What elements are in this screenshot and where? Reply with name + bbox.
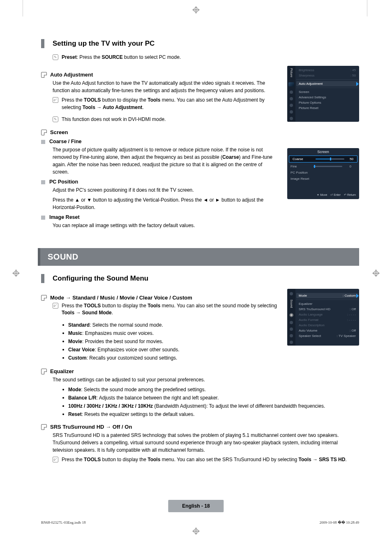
tools-note: Press the TOOLS button to display the To… [53, 97, 279, 111]
square-marker-icon [41, 140, 45, 144]
subheading-text: Auto Adjustment [50, 72, 93, 78]
list-text: Movie: Provides the best sound for movie… [68, 338, 163, 345]
list-text: Clear Voice: Emphasizes voice over other… [68, 346, 180, 353]
menu-value: : Custom [343, 294, 356, 297]
thumbnail-icon [288, 82, 294, 86]
note-text: Press the TOOLS button to display the To… [62, 456, 347, 463]
menu-label: Auto Volume [299, 329, 317, 332]
slider-thumb[interactable] [330, 158, 331, 160]
menu-tab-picture: Picture [290, 67, 293, 78]
square-bullet-icon [41, 130, 47, 135]
list-text: Balance L/R: Adjusts the balance between… [68, 394, 219, 402]
subheading: Mode → Standard / Music / Movie / Clear … [41, 295, 279, 301]
note-text: This function does not work in DVI-HDMI … [62, 116, 166, 123]
sound-menu-panel: Sound ◉ Mode : Custom [287, 289, 359, 346]
row-label: Fine [291, 165, 311, 168]
subheading-text: Mode → Standard / Music / Movie / Clear … [50, 295, 192, 301]
menu-row-auto-adjustment[interactable]: Auto Adjustment [296, 81, 358, 86]
note-icon: ✎ [53, 54, 58, 60]
row-label: Image Reset [291, 177, 311, 181]
heading-accent-bar [41, 274, 44, 283]
subheading: Equalizer [41, 368, 359, 374]
menu-row-screen[interactable]: Screen [296, 89, 358, 95]
subheading: Screen [41, 129, 279, 135]
slider-fill [316, 158, 330, 160]
list-item: Standard: Selects the normal sound mode. [62, 321, 279, 329]
menu-tab-icon [290, 341, 293, 344]
tools-note: Press the TOOLS button to display the To… [53, 456, 359, 463]
menu-value: : - - - - [347, 318, 356, 322]
menu-tab-icon [290, 327, 293, 331]
menu-row-speaker-select[interactable]: Speaker Select: TV Speaker [296, 333, 358, 339]
registration-mark-icon [12, 269, 20, 278]
registration-mark-icon [372, 269, 380, 278]
menu-tab-icon [290, 91, 293, 94]
screen-row-image-reset[interactable]: Image Reset [287, 176, 359, 182]
sound-section-banner: SOUND [38, 248, 359, 266]
list-text: Custom: Recalls your customized sound se… [68, 354, 177, 362]
menu-label: Mode [299, 294, 307, 297]
footer-hint: ⏎ Enter [330, 193, 341, 197]
menu-label: Audio Format [299, 318, 318, 322]
square-marker-icon [41, 180, 45, 184]
body-text: You can replace all image settings with … [53, 222, 279, 229]
menu-label: Picture Reset [299, 106, 318, 110]
body-text: The sound settings can be adjusted to su… [53, 376, 359, 383]
menu-tab-icon [290, 104, 293, 107]
hint-label: Return [347, 193, 356, 196]
menu-row-audio-language: Audio Language: - - - - [296, 312, 358, 317]
footer-left: BN68-02327L-03Eng.indb 18 [41, 520, 86, 525]
bullet-icon [62, 413, 64, 415]
screen-row-coarse[interactable]: Coarse 50 [289, 156, 357, 163]
slider-track[interactable] [316, 158, 344, 160]
info-note: ✎ This function does not work in DVI-HDM… [53, 116, 279, 123]
menu-label: Auto Adjustment [299, 82, 323, 86]
menu-row-audio-format: Audio Format: - - - - [296, 317, 358, 323]
chevron-right-icon [356, 294, 359, 298]
registration-mark-icon [192, 527, 200, 536]
menu-tab-sound: Sound [290, 299, 293, 309]
menu-label: Brightness [299, 68, 314, 72]
list-item-heading: Coarse / Fine [41, 139, 279, 144]
body-text: SRS TruSurround HD is a patented SRS tec… [53, 432, 359, 454]
footer-right: 2009-10-08 �� 10:28:49 [320, 520, 360, 525]
menu-row-equalizer[interactable]: Equalizer [296, 301, 358, 306]
row-label: PC Position [291, 171, 311, 174]
note-text: Preset: Press the SOURCE button to selec… [62, 54, 181, 61]
menu-row-srs[interactable]: SRS TruSurround HD: Off [296, 306, 358, 312]
menu-side-tabs: Picture [287, 66, 295, 122]
menu-row-options[interactable]: Picture Options [296, 100, 358, 105]
screen-row-fine[interactable]: Fine 0 [287, 163, 359, 169]
menu-tab-icon [290, 97, 293, 100]
menu-tab-icon [290, 334, 293, 337]
bullet-list: Standard: Selects the normal sound mode.… [62, 321, 279, 362]
subheading: SRS TruSurround HD → Off / On [41, 424, 359, 430]
menu-row-mode[interactable]: Mode : Custom [296, 293, 358, 298]
footer-hint: ↶ Return [344, 193, 356, 197]
menu-tab-icon [290, 321, 293, 324]
menu-value: : Off [350, 329, 356, 332]
body-text: The purpose of picture quality adjustmen… [53, 146, 279, 176]
section-heading: Configuring the Sound Menu [41, 274, 359, 283]
hint-label: Move [320, 193, 327, 196]
list-item: Movie: Provides the best sound for movie… [62, 338, 279, 345]
list-item: Balance L/R: Adjusts the balance between… [62, 394, 359, 402]
square-bullet-icon [41, 72, 47, 78]
menu-row-brightness: Brightness : 45 [296, 67, 358, 73]
menu-row-auto-volume[interactable]: Auto Volume: Off [296, 328, 358, 333]
list-item: Custom: Recalls your customized sound se… [62, 354, 279, 362]
menu-tab-icon [290, 110, 293, 114]
tools-icon [53, 303, 58, 309]
list-item: Mode: Selects the sound mode among the p… [62, 386, 359, 393]
note-text: Press the TOOLS button to display the To… [62, 302, 279, 317]
speaker-glyph-icon: ◉ [289, 312, 293, 318]
menu-row-advanced[interactable]: Advanced Settings [296, 95, 358, 100]
row-value: 50 [347, 157, 353, 161]
page-badge: English - 18 [168, 500, 224, 512]
slider-thumb[interactable] [314, 165, 315, 168]
menu-row-reset[interactable]: Picture Reset [296, 105, 358, 111]
subheading: Auto Adjustment [41, 72, 279, 78]
slider-track[interactable] [314, 166, 342, 167]
bullet-icon [62, 357, 64, 359]
screen-row-pc-position[interactable]: PC Position [287, 169, 359, 176]
